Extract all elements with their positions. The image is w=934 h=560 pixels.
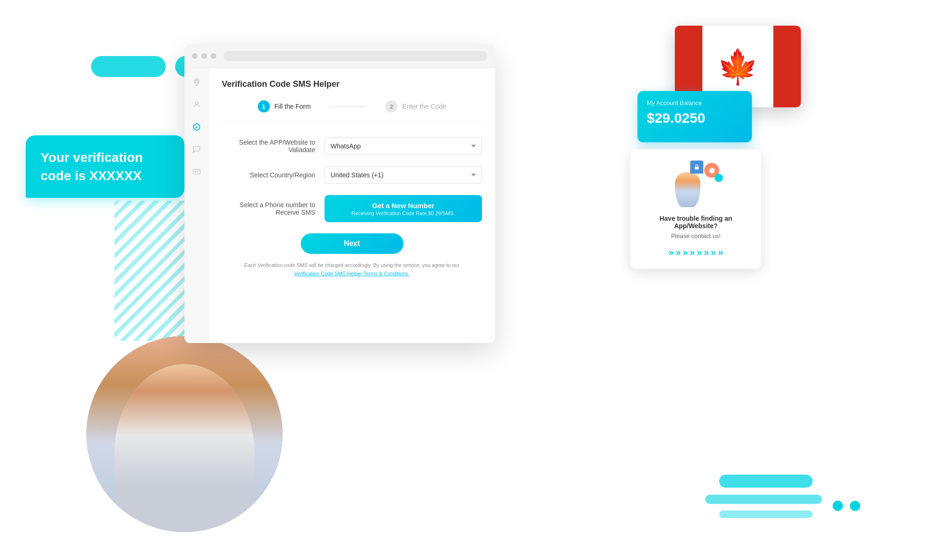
illus-lock-icon: [690, 161, 703, 174]
help-illustration: [668, 161, 724, 207]
sidebar-icon-id[interactable]: [190, 165, 203, 178]
illus-dot: [715, 174, 723, 182]
app-form-row: Select the APP/Website to Valiadate What…: [222, 137, 482, 155]
window-titlebar: [184, 44, 495, 68]
balance-amount: $29.0250: [647, 110, 743, 126]
svg-point-1: [195, 102, 198, 105]
chevron-8: »: [718, 247, 723, 258]
chat-bubble: Your verification code is XXXXXX: [26, 135, 184, 198]
svg-rect-5: [695, 167, 699, 169]
titlebar-dot-1: [192, 53, 198, 59]
decorative-cyan-dot-2: [850, 501, 860, 511]
help-card: Have trouble finding an App/Website? Ple…: [630, 149, 761, 269]
chevrons-row: » » » » » » » »: [640, 247, 752, 258]
maple-leaf-icon: 🍁: [717, 50, 759, 84]
phone-button-sub-text: Receiving Verification Code Rate:$0.29/S…: [352, 210, 455, 216]
phone-form-row: Select a Phone number to Receive SMS Get…: [222, 195, 482, 222]
country-label: Select Country/Region: [222, 171, 325, 179]
main-content: Verification Code SMS Helper 1 Fill the …: [209, 68, 495, 343]
step-divider: [329, 106, 367, 107]
steps-bar: 1 Fill the Form 2 Enter the Code: [222, 100, 482, 122]
titlebar-dot-2: [201, 53, 207, 59]
app-label: Select the APP/Website to Valiadate: [222, 139, 325, 154]
terms-prefix: Each Verification code SMS will be charg…: [244, 262, 460, 268]
chevron-5: »: [697, 247, 702, 258]
chevron-6: »: [704, 247, 709, 258]
phone-label: Select a Phone number to Receive SMS: [222, 201, 325, 216]
chevron-3: »: [683, 247, 688, 258]
balance-label: My Account Balance: [647, 99, 743, 106]
chevron-1: »: [669, 247, 674, 258]
step-2-label: Enter the Code: [402, 103, 446, 110]
page-title: Verification Code SMS Helper: [222, 79, 482, 89]
svg-point-4: [194, 171, 196, 173]
titlebar-dot-3: [211, 53, 216, 59]
titlebar-urlbar: [224, 51, 488, 61]
decorative-cyan-dot-1: [833, 501, 843, 511]
sidebar-icon-chat[interactable]: [190, 143, 203, 156]
country-form-row: Select Country/Region United States (+1)…: [222, 166, 482, 184]
decorative-cyan-bar-3: [719, 511, 813, 518]
app-select[interactable]: WhatsApp Facebook Twitter Google Instagr…: [325, 137, 482, 155]
step-1: 1 Fill the Form: [258, 100, 311, 112]
chat-bubble-text: Your verification code is XXXXXX: [41, 150, 143, 183]
next-button[interactable]: Next: [301, 233, 403, 254]
step-1-number: 1: [258, 100, 270, 112]
flag-right-red: [773, 26, 801, 107]
decorative-cyan-bar-1: [719, 475, 813, 488]
sidebar-icon-user[interactable]: [190, 98, 203, 111]
terms-link[interactable]: Verification Code SMS Helper Terms & Con…: [294, 271, 410, 276]
country-select-wrapper: United States (+1) Canada (+1) United Ki…: [325, 166, 482, 184]
app-select-wrapper: WhatsApp Facebook Twitter Google Instagr…: [325, 137, 482, 155]
step-1-label: Fill the Form: [275, 103, 311, 110]
get-new-number-button[interactable]: Get a New Number Receiving Verification …: [325, 195, 482, 222]
balance-card: My Account Balance $29.0250: [637, 91, 752, 142]
window-body: Verification Code SMS Helper 1 Fill the …: [184, 68, 495, 343]
phone-button-main-text: Get a New Number: [372, 202, 434, 210]
chevron-4: »: [690, 247, 695, 258]
chevron-2: »: [676, 247, 681, 258]
step-2: 2 Enter the Code: [385, 100, 446, 112]
app-window: Verification Code SMS Helper 1 Fill the …: [184, 44, 495, 343]
chevron-7: »: [711, 247, 716, 258]
help-subtitle: Please contact us!: [640, 232, 752, 239]
step-2-number: 2: [385, 100, 397, 112]
illus-person: [675, 172, 700, 207]
sidebar-icon-location[interactable]: [190, 76, 203, 89]
svg-point-0: [195, 80, 198, 83]
sidebar-icon-check[interactable]: [190, 120, 203, 133]
terms-text: Each Verification code SMS will be charg…: [222, 261, 482, 278]
sidebar: [184, 68, 209, 343]
decorative-pill: [91, 56, 166, 77]
person-avatar-circle: [86, 336, 283, 532]
country-select[interactable]: United States (+1) Canada (+1) United Ki…: [325, 166, 482, 184]
help-title: Have trouble finding an App/Website?: [640, 215, 752, 230]
decorative-cyan-bar-2: [705, 495, 822, 504]
